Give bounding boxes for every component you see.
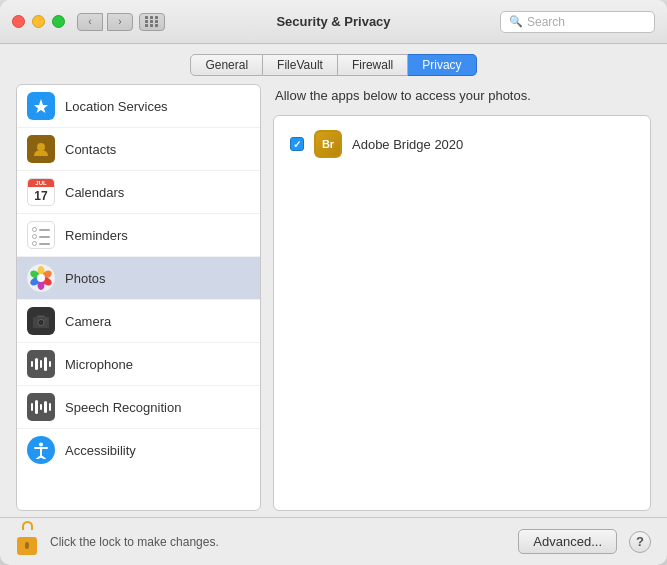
forward-button[interactable]: › (107, 13, 133, 31)
accessibility-icon (27, 436, 55, 464)
cal-day: 17 (28, 187, 54, 205)
sidebar-item-microphone[interactable]: Microphone (17, 343, 260, 386)
maximize-button[interactable] (52, 15, 65, 28)
sidebar-item-photos[interactable]: Photos (17, 257, 260, 300)
adobe-bridge-name: Adobe Bridge 2020 (352, 137, 463, 152)
contacts-label: Contacts (65, 142, 116, 157)
location-services-icon (27, 92, 55, 120)
search-icon: 🔍 (509, 15, 523, 28)
tab-privacy[interactable]: Privacy (408, 54, 476, 76)
search-box[interactable]: 🔍 Search (500, 11, 655, 33)
reminders-label: Reminders (65, 228, 128, 243)
lock-icon-wrap[interactable] (16, 529, 38, 555)
svg-point-13 (40, 321, 43, 324)
adobe-bridge-abbrev: Br (322, 138, 334, 150)
microphone-icon (27, 350, 55, 378)
adobe-bridge-checkbox[interactable]: ✓ (290, 137, 304, 151)
lock-text: Click the lock to make changes. (50, 535, 506, 549)
accessibility-label: Accessibility (65, 443, 136, 458)
app-item-adobe-bridge: ✓ Br Adobe Bridge 2020 (282, 124, 642, 164)
right-panel: Allow the apps below to access your phot… (273, 84, 651, 511)
bottom-bar: Click the lock to make changes. Advanced… (0, 517, 667, 565)
adobe-bridge-icon: Br (314, 130, 342, 158)
panel-description: Allow the apps below to access your phot… (273, 84, 651, 107)
tab-firewall[interactable]: Firewall (338, 54, 408, 76)
sidebar-item-contacts[interactable]: Contacts (17, 128, 260, 171)
location-services-label: Location Services (65, 99, 168, 114)
sidebar-item-reminders[interactable]: Reminders (17, 214, 260, 257)
svg-point-14 (45, 319, 47, 321)
sidebar-item-calendars[interactable]: JUL 17 Calendars (17, 171, 260, 214)
lock-body (17, 537, 37, 555)
sidebar: Location Services Contacts JUL 17 (16, 84, 261, 511)
cal-month: JUL (28, 179, 54, 187)
apps-list: ✓ Br Adobe Bridge 2020 (273, 115, 651, 511)
minimize-button[interactable] (32, 15, 45, 28)
contacts-icon (27, 135, 55, 163)
svg-point-15 (39, 443, 43, 447)
titlebar: ‹ › Security & Privacy 🔍 Search (0, 0, 667, 44)
calendars-label: Calendars (65, 185, 124, 200)
lock-keyhole (25, 542, 29, 549)
nav-buttons: ‹ › (77, 13, 133, 31)
speech-recognition-label: Speech Recognition (65, 400, 181, 415)
calendars-icon: JUL 17 (27, 178, 55, 206)
main-window: ‹ › Security & Privacy 🔍 Search General … (0, 0, 667, 565)
camera-icon (27, 307, 55, 335)
advanced-button[interactable]: Advanced... (518, 529, 617, 554)
close-button[interactable] (12, 15, 25, 28)
sidebar-item-location-services[interactable]: Location Services (17, 85, 260, 128)
grid-icon (145, 16, 159, 27)
reminders-icon (27, 221, 55, 249)
svg-point-9 (37, 274, 45, 282)
sidebar-item-camera[interactable]: Camera (17, 300, 260, 343)
sidebar-item-speech-recognition[interactable]: Speech Recognition (17, 386, 260, 429)
camera-label: Camera (65, 314, 111, 329)
lock-shackle (22, 521, 33, 530)
main-content: Location Services Contacts JUL 17 (0, 84, 667, 511)
search-placeholder: Search (527, 15, 565, 29)
sidebar-item-accessibility[interactable]: Accessibility (17, 429, 260, 471)
photos-icon (27, 264, 55, 292)
checkmark-icon: ✓ (293, 139, 301, 150)
svg-point-1 (37, 143, 45, 151)
back-button[interactable]: ‹ (77, 13, 103, 31)
traffic-lights (12, 15, 65, 28)
tab-general[interactable]: General (190, 54, 263, 76)
speech-recognition-icon (27, 393, 55, 421)
microphone-label: Microphone (65, 357, 133, 372)
window-title: Security & Privacy (276, 14, 390, 29)
tab-bar: General FileVault Firewall Privacy (0, 44, 667, 84)
grid-button[interactable] (139, 13, 165, 31)
tab-filevault[interactable]: FileVault (263, 54, 338, 76)
photos-label: Photos (65, 271, 105, 286)
help-button[interactable]: ? (629, 531, 651, 553)
